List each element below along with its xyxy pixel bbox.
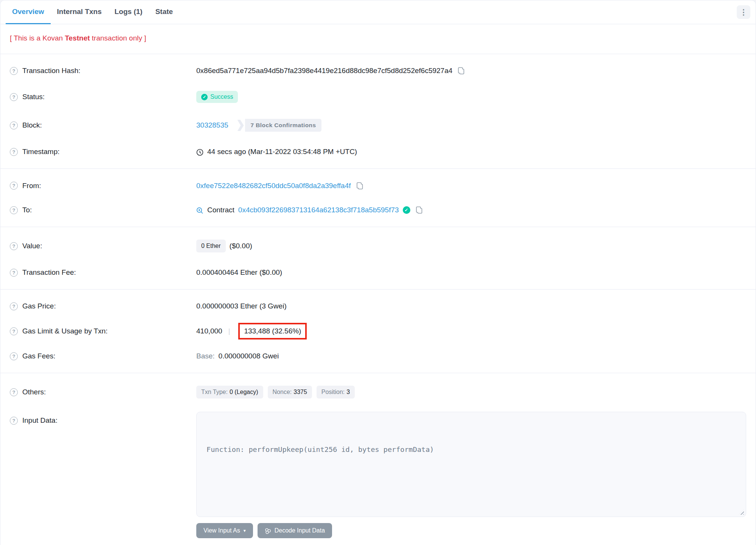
row-transaction-fee: ? Transaction Fee: 0.000400464 Ether ($0…: [10, 260, 746, 285]
row-block: ? Block: 30328535 7 Block Confirmations: [10, 111, 746, 140]
help-icon[interactable]: ?: [10, 417, 18, 425]
tab-overview[interactable]: Overview: [6, 0, 51, 24]
block-number-link[interactable]: 30328535: [196, 121, 228, 129]
help-icon[interactable]: ?: [10, 242, 18, 250]
block-confirmations-text: 7 Block Confirmations: [245, 119, 322, 132]
caret-down-icon: ▾: [244, 528, 246, 533]
view-input-as-button[interactable]: View Input As ▾: [196, 523, 253, 538]
kebab-icon: ⋮: [740, 8, 747, 16]
help-icon[interactable]: ?: [10, 148, 18, 156]
decode-input-data-label: Decode Input Data: [275, 527, 325, 534]
transaction-hash-label: Transaction Hash:: [22, 67, 80, 75]
ether-value-badge: 0 Ether: [196, 240, 226, 252]
magnifier-plus-icon[interactable]: [196, 206, 203, 214]
block-confirmations-badge: 7 Block Confirmations: [238, 119, 322, 132]
transaction-hash-value: 0x86ed5a771e725aa94d5b7fa2398e4419e216d8…: [196, 67, 452, 75]
from-label: From:: [22, 182, 41, 190]
help-icon[interactable]: ?: [10, 302, 18, 310]
help-icon[interactable]: ?: [10, 121, 18, 129]
view-input-as-label: View Input As: [203, 527, 240, 534]
status-badge: ✓ Success: [196, 91, 238, 103]
status-badge-text: Success: [210, 93, 233, 100]
gas-limit-usage-label: Gas Limit & Usage by Txn:: [22, 327, 108, 335]
gas-fees-base-label: Base:: [196, 352, 215, 360]
timestamp-label: Timestamp:: [22, 148, 60, 156]
txn-type-key: Txn Type:: [201, 389, 228, 396]
input-data-textarea[interactable]: Function: performUpkeep(uint256 id, byte…: [196, 412, 746, 517]
nonce-key: Nonce:: [273, 389, 292, 396]
copy-icon[interactable]: [356, 181, 363, 190]
gas-usage-annotation-box: 133,488 (32.56%): [238, 323, 307, 339]
status-label: Status:: [22, 93, 45, 101]
copy-icon[interactable]: [458, 67, 465, 75]
row-from: ? From: 0xfee7522e8482682cf50ddc50a0f8da…: [10, 173, 746, 198]
row-others: ? Others: Txn Type: 0 (Legacy) Nonce: 33…: [10, 378, 746, 406]
transaction-fee-value: 0.000400464 Ether ($0.00): [196, 268, 282, 277]
block-label: Block:: [22, 121, 42, 129]
help-icon[interactable]: ?: [10, 67, 18, 75]
nonce-badge: Nonce: 3375: [268, 386, 312, 399]
gas-fees-label: Gas Fees:: [22, 352, 56, 360]
row-gas-limit-usage: ? Gas Limit & Usage by Txn: 410,000 | 13…: [10, 318, 746, 344]
value-label: Value:: [22, 242, 42, 250]
input-data-label: Input Data:: [22, 416, 57, 425]
row-status: ? Status: ✓ Success: [10, 83, 746, 111]
testnet-warning: [ This is a Kovan Testnet transaction on…: [10, 24, 746, 54]
warning-text-post: transaction only ]: [90, 34, 146, 42]
row-input-data: ? Input Data: Function: performUpkeep(ui…: [10, 406, 746, 545]
warning-text-bold: Testnet: [65, 34, 90, 42]
tab-internal-txns[interactable]: Internal Txns: [51, 0, 108, 24]
row-timestamp: ? Timestamp: 44 secs ago (Mar-11-2022 03…: [10, 140, 746, 164]
pipe-separator: |: [228, 327, 230, 335]
decode-input-data-button[interactable]: Decode Input Data: [258, 523, 332, 538]
copy-icon[interactable]: [416, 206, 423, 214]
gas-fees-base-value: 0.000000008 Gwei: [219, 352, 279, 360]
overview-panel: [ This is a Kovan Testnet transaction on…: [0, 24, 756, 545]
textarea-resize-handle[interactable]: [739, 509, 744, 515]
row-gas-price: ? Gas Price: 0.000000003 Ether (3 Gwei): [10, 294, 746, 318]
from-address-link[interactable]: 0xfee7522e8482682cf50ddc50a0f8da2a39effa…: [196, 182, 351, 190]
input-function-line: Function: performUpkeep(uint256 id, byte…: [206, 444, 736, 456]
help-icon[interactable]: ?: [10, 206, 18, 214]
help-icon[interactable]: ?: [10, 388, 18, 396]
help-icon[interactable]: ?: [10, 182, 18, 190]
gas-usage-value: 133,488 (32.56%): [244, 327, 301, 335]
others-label: Others:: [22, 388, 46, 396]
txn-type-value: 0 (Legacy): [230, 389, 258, 396]
timestamp-value: 44 secs ago (Mar-11-2022 03:54:48 PM +UT…: [207, 148, 357, 156]
position-key: Position:: [321, 389, 345, 396]
row-gas-fees: ? Gas Fees: Base: 0.000000008 Gwei: [10, 344, 746, 368]
to-address-link[interactable]: 0x4cb093f226983713164a62138c3f718a5b595f…: [238, 206, 399, 214]
tab-logs[interactable]: Logs (1): [108, 0, 149, 24]
success-check-icon: ✓: [201, 94, 208, 100]
verified-check-icon: ✓: [403, 206, 410, 214]
input-methodid-line: MethodID: 0x7bbaf1ea: [206, 515, 736, 517]
txn-type-badge: Txn Type: 0 (Legacy): [196, 386, 263, 399]
gas-price-value: 0.000000003 Ether (3 Gwei): [196, 302, 287, 310]
row-transaction-hash: ? Transaction Hash: 0x86ed5a771e725aa94d…: [10, 59, 746, 83]
clock-icon: [196, 148, 203, 156]
row-value: ? Value: 0 Ether ($0.00): [10, 232, 746, 260]
tab-state[interactable]: State: [149, 0, 179, 24]
gas-price-label: Gas Price:: [22, 302, 56, 310]
help-icon[interactable]: ?: [10, 269, 18, 277]
to-label: To:: [22, 206, 32, 214]
help-icon[interactable]: ?: [10, 93, 18, 101]
row-to: ? To: Contract 0x4cb093f226983713164a621…: [10, 198, 746, 222]
chevron-right-icon: [238, 120, 244, 131]
tab-bar: Overview Internal Txns Logs (1) State ⋮: [0, 0, 756, 24]
gas-limit-value: 410,000: [196, 327, 222, 335]
transaction-detail-card: Overview Internal Txns Logs (1) State ⋮ …: [0, 0, 756, 545]
decode-icon: [265, 527, 271, 534]
value-usd: ($0.00): [230, 242, 252, 250]
to-contract-type: Contract: [207, 206, 234, 214]
more-options-button[interactable]: ⋮: [737, 5, 750, 19]
warning-text-pre: [ This is a Kovan: [10, 34, 65, 42]
help-icon[interactable]: ?: [10, 327, 18, 335]
nonce-value: 3375: [293, 389, 307, 396]
position-value: 3: [346, 389, 350, 396]
help-icon[interactable]: ?: [10, 352, 18, 360]
position-badge: Position: 3: [317, 386, 355, 399]
transaction-fee-label: Transaction Fee:: [22, 268, 76, 277]
